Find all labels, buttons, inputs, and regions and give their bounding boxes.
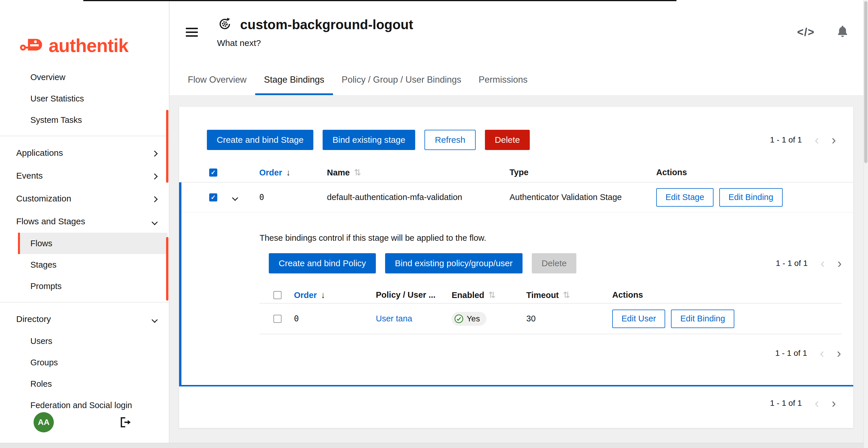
sidebar-scroll-indicator[interactable]	[166, 237, 168, 301]
sidebar-footer: AA	[0, 411, 169, 434]
policy-table-row[interactable]: 0 User tana Yes 30	[259, 304, 842, 334]
flow-icon	[217, 16, 232, 33]
pagination-next-icon[interactable]: ›	[832, 397, 836, 410]
header-actions: </>	[797, 25, 863, 40]
sidebar-scroll-indicator[interactable]	[166, 110, 168, 183]
tab-policy-group-user-bindings[interactable]: Policy / Group / User Bindings	[333, 64, 470, 95]
create-and-bind-stage-button[interactable]: Create and bind Stage	[207, 130, 313, 150]
refresh-button[interactable]: Refresh	[425, 130, 476, 150]
tab-flow-overview[interactable]: Flow Overview	[179, 64, 255, 95]
edit-user-button[interactable]: Edit User	[612, 310, 665, 328]
column-enabled[interactable]: Enabled	[452, 290, 484, 300]
sort-desc-icon: ↓	[286, 168, 290, 177]
sidebar: authentik Overview User Statistics Syste…	[0, 0, 169, 443]
pagination-next-icon[interactable]: ›	[837, 347, 841, 359]
sidebar-item-overview[interactable]: Overview	[0, 67, 169, 88]
policy-user-link[interactable]: User tana	[376, 314, 412, 323]
check-circle-icon	[454, 314, 464, 324]
authentik-logo-icon	[20, 37, 44, 55]
column-timeout[interactable]: Timeout	[526, 290, 559, 300]
policy-bindings-toolbar: Create and bind Policy Bind existing pol…	[269, 253, 842, 273]
sidebar-item-groups[interactable]: Groups	[0, 352, 169, 373]
bind-existing-stage-button[interactable]: Bind existing stage	[322, 130, 415, 150]
column-actions: Actions	[612, 290, 643, 300]
sidebar-item-flows[interactable]: Flows	[18, 233, 167, 254]
sidebar-divider	[0, 302, 169, 302]
row-expand-chevron-icon[interactable]	[233, 193, 237, 202]
bindings-description: These bindings control if this stage wil…	[259, 233, 842, 243]
chevron-down-icon	[153, 216, 157, 226]
notifications-bell-icon[interactable]	[836, 25, 849, 40]
chevron-down-icon	[153, 314, 157, 324]
delete-policy-binding-button[interactable]: Delete	[532, 253, 577, 273]
edit-binding-button[interactable]: Edit Binding	[719, 188, 783, 207]
sidebar-section-directory[interactable]: Directory	[0, 308, 169, 331]
tab-stage-bindings[interactable]: Stage Bindings	[255, 64, 333, 95]
row-checkbox[interactable]	[209, 193, 217, 202]
sidebar-section-flows-and-stages[interactable]: Flows and Stages	[0, 210, 169, 233]
column-order[interactable]: Order	[294, 290, 317, 300]
pagination-prev-icon[interactable]: ‹	[820, 257, 825, 270]
pagination-bottom: 1 - 1 of 1 ‹ ›	[179, 386, 853, 410]
bind-existing-policy-button[interactable]: Bind existing policy/group/user	[385, 253, 523, 273]
pagination-next-icon[interactable]: ›	[832, 134, 836, 146]
enabled-badge: Yes	[452, 312, 486, 326]
policy-bindings-table: Order↓ Policy / User ... Enabled⇅ Timeou…	[259, 287, 842, 334]
sidebar-item-user-statistics[interactable]: User Statistics	[0, 88, 169, 109]
row-name: default-authentication-mfa-validation	[327, 193, 462, 202]
pagination-prev-icon[interactable]: ‹	[815, 397, 819, 410]
policy-table-header: Order↓ Policy / User ... Enabled⇅ Timeou…	[259, 287, 842, 304]
stage-row-expansion: These bindings control if this stage wil…	[181, 212, 853, 385]
row-timeout: 30	[526, 314, 535, 323]
column-actions: Actions	[656, 168, 687, 177]
pagination-next-icon[interactable]: ›	[837, 257, 842, 270]
row-checkbox[interactable]	[273, 315, 281, 323]
window-bottom-edge	[0, 443, 868, 448]
edit-binding-button[interactable]: Edit Binding	[671, 310, 734, 328]
column-name[interactable]: Name	[327, 168, 350, 177]
hamburger-menu-icon[interactable]	[186, 26, 198, 39]
chevron-right-icon	[153, 194, 157, 204]
pagination-prev-icon[interactable]: ‹	[815, 134, 819, 146]
row-order: 0	[294, 314, 299, 323]
stage-bindings-card: Create and bind Stage Bind existing stag…	[179, 107, 853, 428]
select-all-checkbox[interactable]	[209, 169, 217, 177]
page-title: custom-background-logout	[240, 17, 413, 32]
sidebar-section-customization[interactable]: Customization	[0, 187, 169, 210]
sidebar-item-stages[interactable]: Stages	[0, 254, 169, 275]
policy-pagination-bottom: 1 - 1 of 1 ‹ ›	[259, 347, 842, 359]
page-subtitle: What next?	[217, 38, 413, 48]
pagination-label: 1 - 1 of 1	[770, 399, 802, 408]
browser-scrollbar[interactable]	[863, 0, 868, 448]
logout-icon[interactable]	[118, 416, 131, 430]
sidebar-section-applications[interactable]: Applications	[0, 141, 169, 164]
pagination-label: 1 - 1 of 1	[770, 135, 802, 144]
pagination-prev-icon[interactable]: ‹	[820, 347, 824, 359]
column-order[interactable]: Order	[259, 168, 282, 177]
edit-stage-button[interactable]: Edit Stage	[656, 188, 713, 207]
avatar[interactable]: AA	[34, 412, 54, 433]
scrollbar-thumb[interactable]	[864, 1, 867, 163]
page-header: custom-background-logout What next? </>	[169, 0, 863, 64]
sidebar-item-prompts[interactable]: Prompts	[0, 275, 169, 297]
sort-desc-icon: ↓	[321, 290, 325, 300]
policy-pagination-top: 1 - 1 of 1 ‹ ›	[776, 257, 842, 270]
select-all-checkbox[interactable]	[273, 291, 281, 299]
sidebar-item-roles[interactable]: Roles	[0, 373, 169, 394]
sidebar-nav: Overview User Statistics System Tasks Ap…	[0, 67, 169, 416]
table-row[interactable]: 0 default-authentication-mfa-validation …	[181, 182, 853, 212]
tab-permissions[interactable]: Permissions	[470, 64, 536, 95]
sidebar-section-events[interactable]: Events	[0, 164, 169, 187]
sidebar-item-users[interactable]: Users	[0, 331, 169, 352]
api-code-icon[interactable]: </>	[797, 26, 815, 38]
create-and-bind-policy-button[interactable]: Create and bind Policy	[269, 253, 376, 273]
tab-bar: Flow Overview Stage Bindings Policy / Gr…	[169, 64, 863, 95]
pagination-label: 1 - 1 of 1	[775, 349, 807, 358]
sort-icon: ⇅	[488, 290, 496, 300]
authentik-logo[interactable]: authentik	[0, 0, 169, 67]
row-type: Authenticator Validation Stage	[509, 193, 622, 202]
sidebar-item-system-tasks[interactable]: System Tasks	[0, 109, 169, 131]
delete-button[interactable]: Delete	[485, 130, 530, 150]
pagination-top: 1 - 1 of 1 ‹ ›	[770, 134, 836, 146]
stage-row-group: 0 default-authentication-mfa-validation …	[179, 182, 853, 386]
